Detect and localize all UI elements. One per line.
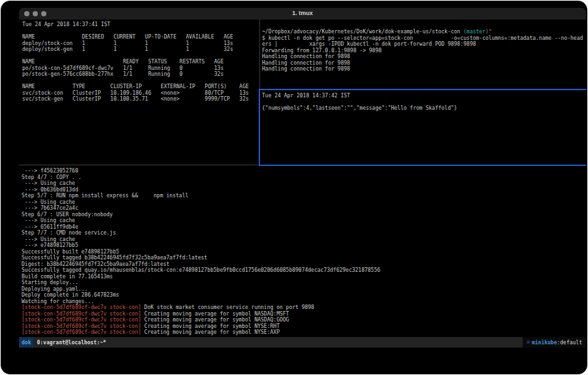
terminal-line: Successfully built e74898127bb5 (22, 249, 585, 255)
terminal-line: [stock-con-5d7df689cf-dwc7v stock-con] C… (22, 311, 585, 318)
screenshot-frame: 1. tmux Tue 24 Apr 2018 14:37:41 ISTNAME… (1, 1, 587, 374)
terminal-line: [stock-con-5d7df689cf-dwc7v stock-con] C… (22, 323, 585, 330)
terminal-line: Successfully tagged quay.io/mhausenblas/… (22, 267, 585, 274)
terminal-line: Step 7/7 : CMD node service.js (22, 230, 585, 236)
terminal-line: ~/Dropbox/advocacy/Kubernetes/DoK/work/d… (262, 29, 585, 35)
tmux-status-bar: dok 0:vagrant@localhost:~* ⎈ minikube :d… (19, 337, 586, 348)
terminal-line: Forwarding from 127.0.0.1:9898 -> 9898 (262, 48, 585, 54)
terminal-line: ---> Using cache (22, 180, 585, 187)
terminal-line: NAME TYPE CLUSTER-IP EXTERNAL-IP PORT(S)… (22, 84, 258, 90)
terminal-line: svc/stock-gen ClusterIP 10.100.35.71 <no… (22, 96, 258, 103)
terminal-line: Handling connection for 9898 (262, 66, 585, 73)
terminal-line (262, 99, 585, 106)
terminal-line: Deploying app.yaml... (22, 286, 585, 293)
terminal-line: Tue 24 Apr 2018 14:37:42 IST (262, 93, 585, 99)
terminal-line: ---> 65611ff9db4e (22, 224, 585, 231)
terminal-line: Starting deploy... (22, 280, 585, 286)
kube-context-segment: ⎈ minikube :default (523, 337, 586, 348)
kube-context-label: minikube (532, 340, 557, 346)
active-pane-border-left (259, 89, 260, 166)
terminal-line: NAME READY STATUS RESTARTS AGE (22, 59, 258, 65)
active-pane-border-bottom (259, 165, 586, 166)
terminal-line: $ kubectl -n dok get po --selector=app=s… (262, 35, 585, 42)
terminal-line: NAME DESIRED CURRENT UP-TO-DATE AVAILABL… (22, 34, 258, 41)
terminal-line: Tue 24 Apr 2018 14:37:41 IST (22, 22, 258, 28)
kube-namespace-label: :default (557, 340, 582, 346)
terminal-line: Build complete in 77.165413ms (22, 274, 585, 280)
pane-skaffold-build-log[interactable]: ---> f45623052760Step 4/7 : COPY . . ---… (22, 168, 585, 336)
terminal-line: Digest: b38b42246945fd7f32c5ba9aea7af7fd… (22, 261, 585, 268)
terminal-line: po/stock-gen-576cc688bb-277hx 1/1 Runnin… (22, 71, 258, 78)
terminal-line: ---> Using cache (22, 236, 585, 243)
pane-service-watch[interactable]: Tue 24 Apr 2018 14:37:42 IST{"numsymbols… (262, 93, 585, 112)
terminal-line: Successfully tagged b38b42246945fd7f32c5… (22, 255, 585, 261)
terminal-line: ers | xargs -IPOD kubectl -n dok port-fo… (262, 41, 585, 48)
tmux-session: Tue 24 Apr 2018 14:37:41 ISTNAME DESIRED… (19, 20, 586, 355)
terminal-line: deploy/stock-gen 1 1 1 1 32s (22, 46, 258, 53)
terminal-line: Step 6/7 : USER nobody:nobody (22, 212, 585, 218)
active-pane-border-top (259, 89, 586, 90)
terminal-line: [stock-con-5d7df689cf-dwc7v stock-con] C… (22, 317, 585, 323)
pane-divider-vertical (259, 20, 260, 89)
terminal-line: Handling connection for 9898 (262, 60, 585, 67)
terminal-line: ---> f45623052760 (22, 168, 585, 174)
terminal-line (22, 53, 258, 59)
terminal-line (22, 78, 258, 84)
terminal-line: po/stock-con-5d7df689cf-dwc7v 1/1 Runnin… (22, 65, 258, 72)
terminal-line: ---> Using cache (22, 218, 585, 224)
window-tab[interactable]: 0:vagrant@localhost:~* (37, 340, 106, 346)
terminal-line: Step 4/7 : COPY . . (22, 174, 585, 181)
pane-port-forward[interactable]: ~/Dropbox/advocacy/Kubernetes/DoK/work/d… (262, 29, 585, 73)
terminal-line: Watching for changes... (22, 299, 585, 305)
terminal-line: ---> 7b6347ce2a4c (22, 205, 585, 212)
terminal-line: Handling connection for 9898 (262, 54, 585, 60)
terminal-line (22, 28, 258, 35)
terminal-line: {"numsymbols":4,"lastseen":"","message":… (262, 105, 585, 112)
terminal-line: ---> e74898127bb5 (22, 242, 585, 249)
terminal-line: ---> 0b636bd013dd (22, 187, 585, 193)
pane-divider-horizontal (19, 165, 259, 165)
window-title: 1. tmux (19, 10, 586, 16)
terminal-line: [stock-con-5d7df689cf-dwc7v stock-con] C… (22, 329, 585, 336)
window-titlebar: 1. tmux (19, 8, 586, 20)
helm-icon: ⎈ (527, 339, 531, 346)
terminal-line: Step 5/7 : RUN npm install express && np… (22, 193, 585, 199)
terminal-line: deploy/stock-con 1 1 1 1 13s (22, 41, 258, 47)
terminal-line: svc/stock-con ClusterIP 10.109.186.46 <n… (22, 90, 258, 97)
pane-kubectl-watch[interactable]: Tue 24 Apr 2018 14:37:41 ISTNAME DESIRED… (22, 22, 258, 103)
terminal-line: Deploy complete in 286.647823ms (22, 292, 585, 299)
session-name-badge: dok (19, 337, 33, 348)
terminal-line: ---> Using cache (22, 199, 585, 206)
terminal-line: [stock-con-5d7df689cf-dwc7v stock-con] D… (22, 304, 585, 311)
